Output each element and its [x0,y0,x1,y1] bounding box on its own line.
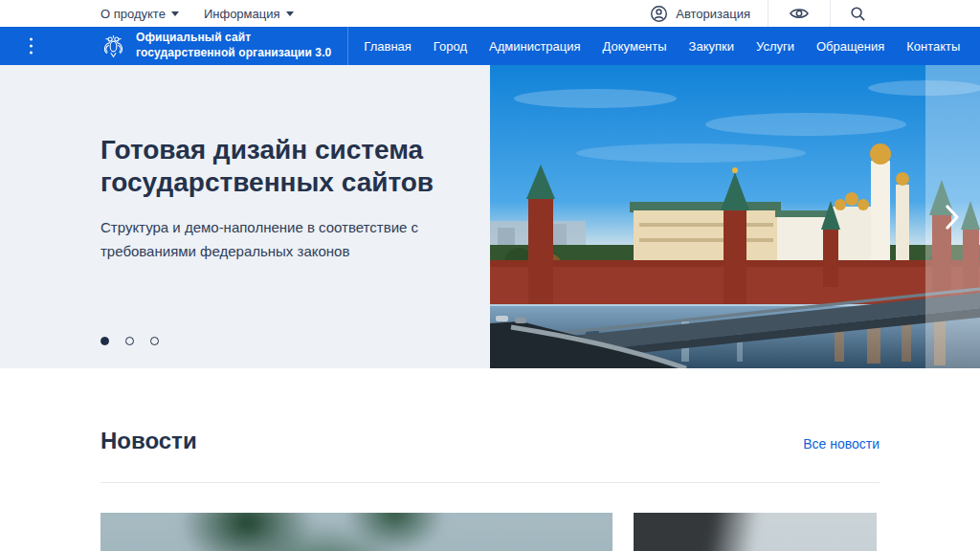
divider [100,482,880,483]
nav-link-services[interactable]: Услуги [756,39,794,54]
menu-about-product-label: О продукте [100,7,166,21]
hero-carousel: Готовая дизайн система государственных с… [0,65,980,368]
site-logo[interactable]: Официальный сайт государственной организ… [100,31,331,60]
carousel-dot-1[interactable] [100,337,109,345]
nav-link-documents[interactable]: Документы [603,39,667,54]
hero-slide-image [490,65,980,368]
search-button[interactable] [831,0,884,27]
topbar-menu: О продукте Информация [0,0,294,27]
nav-link-procurement[interactable]: Закупки [689,39,734,54]
hero-text-block: Готовая дизайн система государственных с… [100,134,502,263]
menu-about-product[interactable]: О продукте [100,7,179,21]
news-card-image [100,513,612,551]
news-header: Новости Все новости [100,428,880,454]
accessibility-version-button[interactable] [768,0,830,27]
menu-information-label: Информация [204,7,280,21]
news-cards-grid [100,513,880,551]
authorization-label: Авторизация [676,7,750,21]
site-title: Официальный сайт государственной организ… [136,31,331,60]
nav-link-contacts[interactable]: Контакты [906,39,960,54]
news-section-title: Новости [100,428,197,454]
carousel-dots [100,337,159,345]
news-card-secondary[interactable] [634,513,877,551]
nav-link-administration[interactable]: Администрация [489,39,581,54]
eye-icon [789,6,810,21]
top-utility-bar: О продукте Информация Авторизация [0,0,980,27]
news-card-featured[interactable] [100,513,612,551]
carousel-next-button[interactable] [925,65,980,368]
caret-down-icon [171,11,179,16]
menu-information[interactable]: Информация [204,7,294,21]
kremlin-panorama-illustration [490,65,980,368]
caret-down-icon [286,11,294,16]
hero-title: Готовая дизайн система государственных с… [100,134,502,200]
carousel-dot-2[interactable] [125,337,134,345]
authorization-button[interactable]: Авторизация [650,0,768,27]
primary-navigation: Главная Город Администрация Документы За… [355,39,960,54]
chevron-right-icon [946,205,960,230]
nav-link-appeals[interactable]: Обращения [816,39,884,54]
main-navbar: Официальный сайт государственной организ… [0,27,980,65]
user-circle-icon [650,5,668,23]
nav-link-city[interactable]: Город [434,39,467,54]
news-section: Новости Все новости [0,428,980,551]
nav-link-home[interactable]: Главная [364,39,411,54]
state-emblem-eagle-icon [100,33,126,59]
hero-subtitle: Структура и демо-наполнение в соответств… [100,216,476,264]
news-card-image [634,513,877,551]
search-icon [850,6,866,22]
all-news-link[interactable]: Все новости [803,436,880,452]
site-title-line1: Официальный сайт [136,31,331,46]
kebab-menu-button[interactable] [26,34,36,58]
site-title-line2: государственной организации 3.0 [136,46,331,61]
divider [347,27,348,65]
topbar-actions: Авторизация [650,0,884,27]
carousel-dot-3[interactable] [150,337,159,345]
